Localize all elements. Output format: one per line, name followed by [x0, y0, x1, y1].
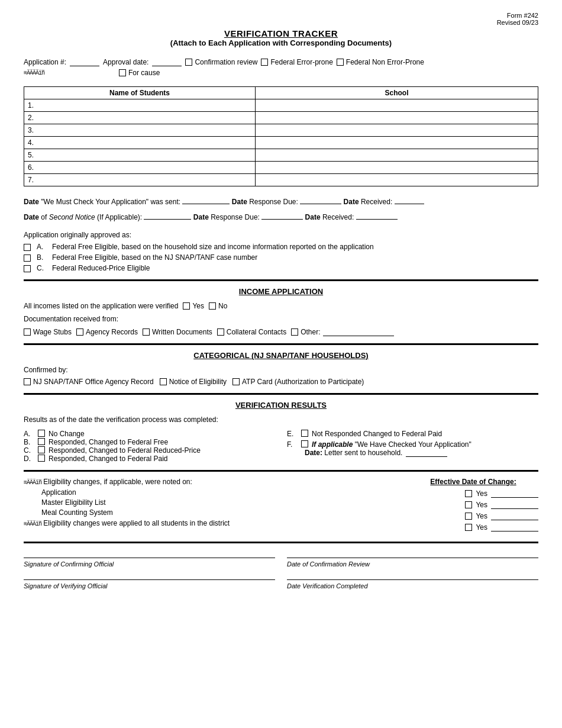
federal-yes-checkbox-3[interactable] [465, 513, 472, 520]
doc-label-5: Other: [301, 328, 320, 336]
categorical-section: CATEGORICAL (NJ SNAP/TANF HOUSEHOLDS) Co… [24, 351, 538, 386]
federal-yes-checkbox-2[interactable] [465, 501, 472, 508]
table-row: 1. [24, 99, 538, 112]
check-sent-date-field[interactable] [182, 196, 230, 204]
federal-eligibility-text-2: Eligibility changes were applied to all … [43, 519, 230, 527]
table-row: 2. [24, 112, 538, 124]
verifying-official-sig: Signature of Verifying Official [24, 579, 275, 590]
income-no-checkbox[interactable] [209, 302, 216, 310]
federal-yes-checkbox-4[interactable] [465, 524, 472, 531]
approved-letter-2: B. [37, 253, 46, 262]
response-due-text-1: Response Due: [249, 198, 300, 206]
approved-checkbox-1[interactable] [24, 244, 31, 251]
federal-error-prone-checkbox-item: Federal Error-prone [261, 58, 332, 66]
application-number-field[interactable] [70, 58, 99, 66]
result-checkbox-left-4[interactable] [38, 455, 45, 462]
result-checkbox-e[interactable] [301, 430, 308, 437]
app-info-row2: ≡ÄÄÄÄïñ For cause [24, 69, 538, 77]
income-section: INCOME APPLICATION All incomes listed on… [24, 287, 538, 336]
result-checkbox-left-3[interactable] [38, 446, 45, 453]
response-due-date-field-2[interactable] [261, 211, 303, 220]
federal-date-field-4[interactable] [491, 523, 538, 531]
result-checkbox-f[interactable] [301, 440, 308, 447]
second-notice-date-field[interactable] [144, 211, 191, 220]
doc-checkbox-1[interactable] [24, 328, 31, 336]
approved-checkbox-2[interactable] [24, 255, 31, 262]
doc-options-row: Wage Stubs Agency Records Written Docume… [24, 328, 538, 336]
result-item-date: Date: Letter sent to household. [305, 449, 538, 457]
doc-option-5: Other: [291, 328, 393, 336]
approved-text-3: Federal Reduced-Price Eligible [52, 264, 150, 272]
for-cause-checkbox[interactable] [119, 69, 126, 76]
yes-checkbox-item: Yes [183, 302, 204, 310]
confirming-official-sig: Signature of Confirming Official [24, 558, 275, 568]
results-right-col: E. Not Responded Changed to Federal Paid… [287, 430, 538, 463]
approval-date-field[interactable] [152, 58, 182, 66]
federal-right-col: Effective Date of Change: Yes Yes Yes Ye… [408, 478, 538, 534]
federal-master-label: Master Eligibility List [41, 498, 385, 507]
table-row: 7. [24, 174, 538, 186]
result-item-left-3: C. Responded, Changed to Federal Reduced… [24, 446, 275, 455]
application-label: Application #: [24, 58, 66, 66]
received-date-field-1[interactable] [395, 196, 424, 204]
federal-yes-label-4: Yes [476, 523, 487, 531]
doc-checkbox-3[interactable] [143, 328, 150, 336]
response-due-date-field-1[interactable] [300, 196, 341, 204]
cat-checkbox-2[interactable] [160, 378, 167, 385]
result-checkbox-left-1[interactable] [38, 430, 45, 437]
doc-option-2: Agency Records [76, 328, 138, 336]
income-yes-label: Yes [192, 302, 204, 310]
cat-label-2: Notice of Eligibility [169, 378, 227, 386]
doc-checkbox-2[interactable] [76, 328, 83, 336]
date-of-text: of [41, 213, 49, 221]
results-grid: A. No Change B. Responded, Changed to Fe… [24, 430, 538, 463]
doc-label: Documentation received from: [24, 315, 118, 323]
federal-error-prone-checkbox[interactable] [261, 59, 268, 66]
student-name-cell: 7. [24, 174, 256, 186]
approved-option-3: C. Federal Reduced-Price Eligible [24, 264, 538, 272]
doc-checkbox-4[interactable] [217, 328, 224, 336]
received-text-2: Received: [322, 213, 356, 221]
second-notice-suffix: (If Applicable): [97, 213, 144, 221]
federal-date-field-3[interactable] [491, 512, 538, 520]
student-name-cell: 5. [24, 149, 256, 162]
table-row: 4. [24, 137, 538, 149]
doc-label-row: Documentation received from: [24, 315, 538, 323]
result-date-label: Date: Letter sent to household. [305, 449, 402, 457]
received-label-2: Date [305, 213, 321, 221]
sub-title: (Attach to Each Application with Corresp… [24, 38, 538, 47]
income-yes-checkbox[interactable] [183, 302, 190, 310]
confirmation-review-checkbox[interactable] [185, 59, 192, 66]
approved-checkbox-3[interactable] [24, 265, 31, 272]
federal-divider [24, 470, 538, 472]
federal-non-error-prone-checkbox-item: Federal Non Error-Prone [337, 58, 424, 66]
student-name-cell: 4. [24, 137, 256, 149]
verification-date-sig: Date Verification Completed [287, 579, 538, 590]
income-title: INCOME APPLICATION [24, 287, 538, 296]
other-field[interactable] [323, 328, 394, 336]
main-title: VERIFICATION TRACKER [24, 28, 538, 38]
federal-date-field-2[interactable] [491, 501, 538, 509]
doc-checkbox-5[interactable] [291, 328, 298, 336]
federal-non-error-prone-checkbox[interactable] [337, 59, 344, 66]
cat-checkbox-1[interactable] [24, 378, 31, 385]
cat-option-2: Notice of Eligibility [160, 378, 227, 386]
federal-right-row-3: Yes [408, 512, 538, 520]
federal-date-field-1[interactable] [491, 489, 538, 498]
cat-checkbox-3[interactable] [232, 378, 240, 385]
result-item-f: F. If applicable "We Have Checked Your A… [287, 440, 538, 449]
result-letter-e: E. [287, 430, 298, 438]
result-letter-f: F. [287, 440, 298, 449]
federal-right-row-4: Yes [408, 523, 538, 531]
received-date-field-2[interactable] [356, 211, 398, 220]
result-item-e: E. Not Responded Changed to Federal Paid [287, 430, 538, 438]
confirmation-review-label: Confirmation review [195, 58, 257, 66]
result-checkbox-left-2[interactable] [38, 438, 45, 445]
federal-yes-checkbox-1[interactable] [465, 490, 472, 497]
result-date-field[interactable] [406, 449, 447, 457]
form-meta: Form #242 Revised 09/23 [24, 12, 538, 26]
table-row: 5. [24, 149, 538, 162]
verification-date-label: Date Verification Completed [287, 579, 538, 590]
for-cause-label: For cause [128, 69, 160, 77]
student-name-cell: 3. [24, 124, 256, 137]
